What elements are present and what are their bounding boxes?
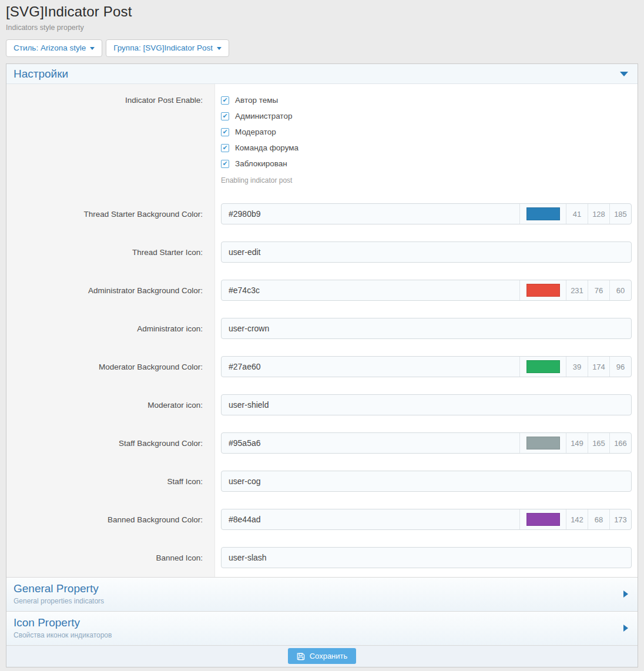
field-label: Banned Background Color:: [6, 501, 215, 539]
field-label: Staff Icon:: [6, 462, 215, 501]
thread-starter-icon-input[interactable]: [222, 242, 631, 262]
form-row-administrator-bg-color: Administrator Background Color: 231 76 6…: [6, 271, 638, 310]
group-dropdown-button[interactable]: Группа: [SVG]Indicator Post: [106, 39, 229, 57]
banned-icon-input[interactable]: [222, 548, 631, 568]
thread-starter-bg-color-input[interactable]: [222, 204, 519, 224]
field-label: Thread Starter Background Color:: [6, 195, 215, 233]
color-input-group: 39 174 96: [221, 356, 632, 377]
field-label: Moderator icon:: [6, 386, 215, 424]
color-swatch-cell[interactable]: [519, 204, 566, 224]
moderator-bg-color-input[interactable]: [222, 357, 519, 377]
general-property-titles: General Property General properties indi…: [14, 582, 104, 605]
staff-bg-color-input[interactable]: [222, 433, 519, 453]
rgb-blue-value: 166: [609, 433, 631, 453]
field-label: Staff Background Color:: [6, 424, 215, 462]
color-input-group: 149 165 166: [221, 432, 632, 454]
banned-bg-color-input[interactable]: [222, 509, 519, 529]
rgb-red-value: 39: [566, 357, 588, 377]
field-label: Banned Icon:: [6, 539, 215, 577]
moderator-icon-input[interactable]: [222, 395, 631, 415]
page-header: [SVG]Indicator Post Indicators style pro…: [0, 0, 644, 32]
rgb-blue-value: 60: [609, 280, 631, 300]
field-label: Moderator Background Color:: [6, 348, 215, 386]
checkbox-checked-icon[interactable]: ✔: [221, 144, 229, 152]
icon-property-title: Icon Property: [14, 616, 112, 629]
rgb-green-value: 165: [588, 433, 609, 453]
general-property-subtitle: General properties indicators: [14, 597, 104, 605]
rgb-blue-value: 96: [609, 357, 631, 377]
color-swatch: [526, 360, 560, 373]
general-property-section-header[interactable]: General Property General properties indi…: [6, 577, 638, 611]
main-panel: Настройки Indicator Post Enable: ✔ Автор…: [6, 63, 638, 667]
color-input-group: 142 68 173: [221, 509, 632, 530]
checkbox-forum-staff[interactable]: ✔ Команда форума: [221, 140, 632, 156]
color-swatch-cell[interactable]: [519, 280, 566, 300]
text-input-group: [221, 241, 632, 263]
expand-arrow-icon[interactable]: [623, 625, 628, 632]
rgb-blue-value: 173: [609, 509, 631, 529]
checkbox-label: Администратор: [235, 112, 292, 120]
color-swatch-cell[interactable]: [519, 433, 566, 453]
expand-arrow-icon[interactable]: [623, 591, 628, 598]
color-swatch: [526, 284, 560, 297]
checkbox-author[interactable]: ✔ Автор темы: [221, 92, 632, 108]
text-input-group: [221, 318, 632, 339]
chevron-down-icon: [217, 47, 222, 50]
field-control: [215, 462, 638, 501]
rgb-red-value: 149: [566, 433, 588, 453]
icon-property-section-header[interactable]: Icon Property Свойства иконок индикаторо…: [6, 611, 638, 645]
color-input-group: 41 128 185: [221, 203, 632, 224]
checkbox-checked-icon[interactable]: ✔: [221, 96, 229, 105]
style-dropdown-button[interactable]: Стиль: Arizona style: [6, 39, 102, 57]
color-input-group: 231 76 60: [221, 280, 632, 301]
administrator-icon-input[interactable]: [222, 318, 631, 338]
form-row-banned-bg-color: Banned Background Color: 142 68 173: [6, 501, 638, 539]
field-control: 142 68 173: [215, 501, 638, 539]
icon-property-titles: Icon Property Свойства иконок индикаторо…: [14, 616, 112, 639]
checkbox-banned[interactable]: ✔ Заблокирован: [221, 156, 632, 172]
footer-bar: Сохранить: [6, 645, 638, 667]
field-control: 231 76 60: [215, 271, 638, 310]
color-swatch: [526, 437, 560, 449]
form-row-administrator-icon: Administrator icon:: [6, 310, 638, 348]
color-swatch-cell[interactable]: [519, 357, 566, 377]
form-row-staff-icon: Staff Icon:: [6, 462, 638, 501]
staff-icon-input[interactable]: [222, 471, 631, 491]
page-title: [SVG]Indicator Post: [6, 4, 638, 20]
checkbox-checked-icon[interactable]: ✔: [221, 112, 229, 120]
form-row-indicator-post-enable: Indicator Post Enable: ✔ Автор темы ✔ Ад…: [6, 84, 638, 195]
checkbox-administrator[interactable]: ✔ Администратор: [221, 108, 632, 124]
group-dropdown-label: Группа: [SVG]Indicator Post: [113, 43, 213, 52]
settings-section-header[interactable]: Настройки: [6, 64, 638, 84]
checkbox-label: Автор темы: [235, 96, 278, 105]
text-input-group: [221, 547, 632, 568]
field-control: 149 165 166: [215, 424, 638, 462]
field-control: 39 174 96: [215, 348, 638, 386]
toolbar: Стиль: Arizona style Группа: [SVG]Indica…: [6, 39, 638, 57]
chevron-down-icon: [90, 47, 95, 50]
collapse-arrow-icon[interactable]: [620, 72, 628, 76]
form-row-banned-icon: Banned Icon:: [6, 539, 638, 577]
checkbox-checked-icon[interactable]: ✔: [221, 128, 229, 136]
rgb-red-value: 41: [566, 204, 588, 224]
save-button-label: Сохранить: [310, 652, 348, 660]
color-swatch-cell[interactable]: [519, 509, 566, 529]
field-control: 41 128 185: [215, 195, 638, 233]
save-button[interactable]: Сохранить: [288, 648, 357, 664]
rgb-blue-value: 185: [609, 204, 631, 224]
form-row-thread-starter-bg-color: Thread Starter Background Color: 41 128 …: [6, 195, 638, 233]
checkbox-checked-icon[interactable]: ✔: [221, 160, 229, 168]
field-control: [215, 539, 638, 577]
text-input-group: [221, 394, 632, 415]
rgb-green-value: 174: [588, 357, 609, 377]
field-label: Thread Starter Icon:: [6, 233, 215, 271]
icon-property-subtitle: Свойства иконок индикаторов: [14, 631, 112, 639]
field-control: ✔ Автор темы ✔ Администратор ✔ Модератор…: [215, 84, 638, 195]
checkbox-moderator[interactable]: ✔ Модератор: [221, 124, 632, 140]
style-dropdown-label: Стиль: Arizona style: [14, 43, 86, 52]
checkbox-label: Заблокирован: [235, 159, 287, 168]
administrator-bg-color-input[interactable]: [222, 280, 519, 300]
save-floppy-icon: [297, 652, 305, 660]
rgb-green-value: 76: [588, 280, 609, 300]
field-hint: Enabling indicator post: [221, 176, 632, 184]
